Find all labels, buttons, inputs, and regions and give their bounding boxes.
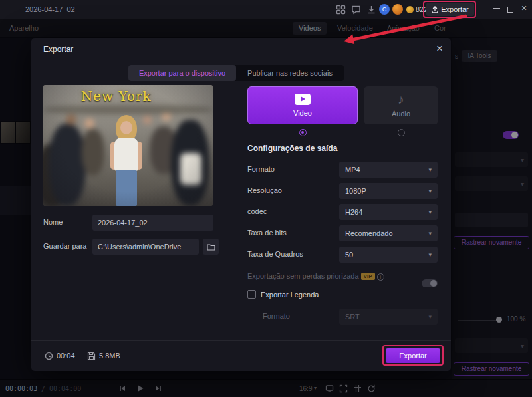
lossless-toggle[interactable] [422, 279, 438, 287]
resolution-label: Resolução [247, 186, 282, 194]
bitrate-label: Taxa de bits [247, 229, 287, 237]
audio-type-button[interactable]: ♪ Áudio [364, 86, 438, 124]
subtitle-format-value: SRT [345, 313, 360, 321]
export-subtitle-label: Exportar Legenda [261, 291, 319, 299]
browse-folder-button[interactable] [203, 239, 219, 255]
app-window: 2026-04-17_02 C 8227 Exportar × Aparelho… [0, 0, 532, 397]
format-dropdown[interactable]: MP4▾ [339, 162, 438, 178]
save-path-input[interactable]: C:\Users\admin\OneDrive [92, 239, 199, 255]
bitrate-value: Recomendado [345, 229, 393, 237]
video-preview: New York [43, 85, 213, 206]
audio-radio[interactable] [398, 129, 405, 136]
preview-vignette [43, 85, 213, 206]
user-avatar[interactable]: C [379, 4, 390, 15]
tab-publish-social[interactable]: Publicar nas redes sociais [236, 65, 344, 81]
subtitle-format-dropdown: SRT▾ [339, 309, 438, 325]
account-avatar[interactable] [392, 4, 403, 15]
name-input[interactable]: 2026-04-17_02 [92, 215, 213, 231]
subtitle-format-label: Formato [263, 312, 290, 320]
format-value: MP4 [345, 166, 360, 174]
tab-export-device[interactable]: Exportar para o dispositivo [128, 65, 236, 81]
codec-value: H264 [345, 208, 362, 216]
export-duration: 00:04 [57, 352, 75, 360]
annotation-highlight-top-export [423, 1, 476, 18]
music-note-icon: ♪ [398, 93, 404, 106]
chevron-down-icon: ▾ [428, 166, 432, 173]
project-title: 2026-04-17_02 [25, 5, 75, 13]
dialog-close-icon[interactable]: × [436, 42, 443, 55]
download-icon[interactable] [366, 5, 376, 15]
dialog-footer-divider [31, 340, 451, 341]
codec-label: codec [247, 207, 267, 215]
export-destination-tabs: Exportar para o dispositivo Publicar nas… [128, 65, 344, 81]
feedback-icon[interactable] [351, 5, 361, 15]
save-to-label: Guardar para [43, 242, 86, 250]
framerate-dropdown[interactable]: 50▾ [339, 247, 438, 263]
vip-badge: VIP [361, 273, 375, 280]
annotation-highlight-export-button [382, 345, 444, 366]
bitrate-dropdown[interactable]: Recomendado▾ [339, 225, 438, 241]
chevron-down-icon: ▾ [428, 251, 432, 258]
video-type-button[interactable]: Video [247, 86, 358, 124]
clock-icon [45, 352, 53, 360]
resolution-value: 1080P [345, 187, 366, 195]
save-disk-icon [87, 352, 96, 360]
folder-icon [207, 243, 215, 251]
export-filesize: 5.8MB [99, 352, 120, 360]
lossless-export-label: Exportação sem perdas priorizada VIP i [247, 272, 384, 281]
name-label: Nome [43, 218, 63, 226]
codec-dropdown[interactable]: H264▾ [339, 204, 438, 220]
export-dialog: Exportar × Exportar para o dispositivo P… [31, 38, 451, 371]
resolution-dropdown[interactable]: 1080P▾ [339, 183, 438, 199]
video-type-label: Video [293, 109, 312, 117]
format-label: Formato [247, 165, 275, 173]
framerate-value: 50 [345, 251, 353, 259]
audio-type-label: Áudio [392, 110, 410, 118]
info-icon[interactable]: i [377, 273, 384, 281]
maximize-button[interactable] [507, 7, 513, 13]
export-subtitle-checkbox[interactable] [247, 290, 256, 299]
video-radio[interactable] [299, 129, 307, 136]
close-button[interactable]: × [521, 4, 527, 12]
dialog-title: Exportar [43, 45, 73, 54]
lossless-text: Exportação sem perdas priorizada [247, 272, 359, 280]
layout-grid-icon[interactable] [336, 5, 346, 15]
minimize-button[interactable] [493, 2, 500, 9]
output-settings-heading: Configurações de saída [247, 144, 337, 153]
chevron-down-icon: ▾ [428, 209, 432, 215]
chevron-down-icon: ▾ [428, 313, 432, 320]
coin-icon [406, 6, 414, 13]
chevron-down-icon: ▾ [428, 230, 432, 237]
framerate-label: Taxa de Quadros [247, 250, 303, 258]
chevron-down-icon: ▾ [428, 188, 432, 194]
video-icon [295, 94, 311, 105]
avatar-initial: C [382, 6, 387, 13]
